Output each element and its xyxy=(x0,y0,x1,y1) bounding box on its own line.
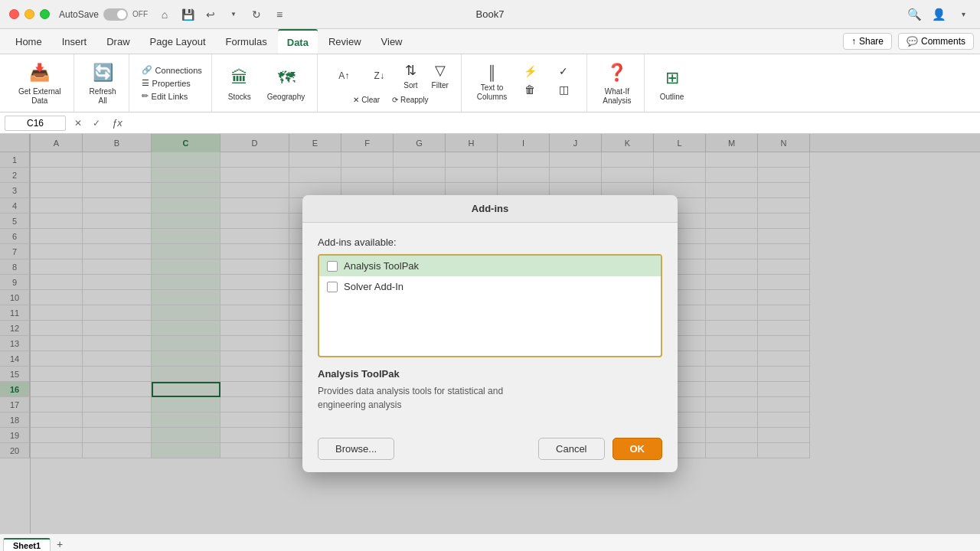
outline-button[interactable]: ⊞ Outline xyxy=(655,64,689,103)
redo-icon[interactable]: ↻ xyxy=(249,7,264,22)
filter-icon: ▽ xyxy=(435,62,446,79)
addin-label-solver: Solver Add-In xyxy=(344,281,403,292)
tab-review[interactable]: Review xyxy=(319,29,371,54)
tab-formulas[interactable]: Formulas xyxy=(217,29,276,54)
stocks-icon: 🏛 xyxy=(227,66,252,90)
formula-input[interactable] xyxy=(130,116,975,130)
formula-cancel-button[interactable]: ✕ xyxy=(70,116,86,131)
addin-label-analysis-toolpak: Analysis ToolPak xyxy=(344,260,419,272)
comments-button[interactable]: 💬 Comments xyxy=(898,33,974,50)
geography-button[interactable]: 🗺 Geography xyxy=(263,64,309,103)
toolbar-customize-icon[interactable]: ≡ xyxy=(272,7,287,22)
filter-button[interactable]: ▽ Filter xyxy=(427,60,453,92)
formula-enter-button[interactable]: ✓ xyxy=(89,116,104,131)
flash-fill-button[interactable]: ⚡ xyxy=(514,63,545,80)
addin-checkbox-solver[interactable] xyxy=(327,282,338,292)
get-external-data-icon: 📥 xyxy=(28,60,52,85)
addin-item-solver[interactable]: Solver Add-In xyxy=(319,276,661,297)
maximize-button[interactable] xyxy=(40,9,50,19)
stocks-button[interactable]: 🏛 Stocks xyxy=(223,64,256,103)
sort-icon: ⇅ xyxy=(405,62,416,79)
connections-button[interactable]: 🔗 Connections xyxy=(139,64,205,76)
sort-az-button[interactable]: A↑ xyxy=(328,66,359,86)
autosave-area: AutoSave OFF xyxy=(59,8,148,21)
data-validation-button[interactable]: ✓ xyxy=(548,63,579,80)
cancel-button[interactable]: Cancel xyxy=(538,438,604,460)
tab-draw[interactable]: Draw xyxy=(97,29,139,54)
ribbon-toolbar: 📥 Get ExternalData 🔄 RefreshAll 🔗 Connec… xyxy=(0,54,980,112)
get-external-data-label: Get ExternalData xyxy=(18,87,61,106)
filter-label: Filter xyxy=(432,81,449,90)
tab-insert[interactable]: Insert xyxy=(53,29,96,54)
clear-icon: ✕ Clear xyxy=(353,96,380,104)
sort-za-button[interactable]: Z↓ xyxy=(364,66,394,86)
text-to-columns-label: Text toColumns xyxy=(477,83,507,102)
autosave-label: AutoSave xyxy=(59,9,99,20)
comments-label: Comments xyxy=(921,36,965,47)
text-to-columns-button[interactable]: ║ Text toColumns xyxy=(472,63,511,104)
ok-button[interactable]: OK xyxy=(612,438,663,460)
undo-icon[interactable]: ↩ xyxy=(203,7,218,22)
what-if-analysis-button[interactable]: ❓ What-IfAnalysis xyxy=(598,58,635,108)
sort-label: Sort xyxy=(403,81,417,90)
toolbar-connections-group: 🔗 Connections ☰ Properties ✏ Edit Links xyxy=(132,54,212,112)
toolbar-refresh-group: 🔄 RefreshAll xyxy=(77,54,129,112)
edit-links-icon: ✏ xyxy=(142,91,149,101)
close-button[interactable] xyxy=(9,9,19,19)
addin-description-title: Analysis ToolPak xyxy=(318,368,662,380)
geography-label: Geography xyxy=(267,93,305,101)
window-controls-icon[interactable]: ▾ xyxy=(956,7,971,22)
undo-dropdown-icon[interactable]: ▼ xyxy=(226,7,241,22)
clear-button[interactable]: ✕ Clear xyxy=(349,93,384,106)
autosave-state: OFF xyxy=(132,10,148,18)
tab-view[interactable]: View xyxy=(372,29,412,54)
share-button[interactable]: ↑ Share xyxy=(843,33,892,50)
autosave-toggle[interactable] xyxy=(103,8,128,21)
reapply-icon: ⟳ Reapply xyxy=(392,96,428,104)
ribbon: Home Insert Draw Page Layout Formulas Da… xyxy=(0,29,980,54)
ribbon-share-area: ↑ Share 💬 Comments xyxy=(843,33,974,50)
add-sheet-button[interactable]: + xyxy=(52,536,67,551)
properties-label: Properties xyxy=(152,79,191,88)
account-icon[interactable]: 👤 xyxy=(931,7,946,22)
tab-page-layout[interactable]: Page Layout xyxy=(141,29,215,54)
home-icon[interactable]: ⌂ xyxy=(157,7,172,22)
save-icon[interactable]: 💾 xyxy=(180,7,195,22)
remove-dup-icon: 🗑 xyxy=(524,83,535,96)
toolbar-data-types-group: 🏛 Stocks 🗺 Geography xyxy=(215,54,318,112)
sheet-tab-sheet1[interactable]: Sheet1 xyxy=(3,538,51,551)
name-box[interactable] xyxy=(5,116,66,131)
reapply-button[interactable]: ⟳ Reapply xyxy=(388,93,432,106)
consolidate-button[interactable]: ◫ xyxy=(548,81,579,98)
addin-checkbox-analysis-toolpak[interactable] xyxy=(327,261,338,272)
tab-data[interactable]: Data xyxy=(278,29,318,54)
sheet-tabs: Sheet1 + xyxy=(0,533,980,551)
minimize-button[interactable] xyxy=(24,9,34,19)
formula-bar: ✕ ✓ ƒx xyxy=(0,112,980,134)
spreadsheet-area: 1 2 3 4 5 6 7 8 9 10 11 12 13 14 15 16 1… xyxy=(0,134,980,533)
tab-home[interactable]: Home xyxy=(6,29,51,54)
comments-icon: 💬 xyxy=(906,36,918,47)
refresh-all-button[interactable]: 🔄 RefreshAll xyxy=(85,58,121,108)
refresh-all-label: RefreshAll xyxy=(90,87,116,106)
what-if-icon: ❓ xyxy=(605,60,629,85)
sort-za-icon: Z↓ xyxy=(371,68,387,83)
flash-fill-icon: ⚡ xyxy=(524,65,537,77)
what-if-label: What-IfAnalysis xyxy=(603,87,631,106)
get-external-data-button[interactable]: 📥 Get ExternalData xyxy=(14,58,66,108)
remove-duplicates-button[interactable]: 🗑 xyxy=(514,81,545,98)
connections-label: Connections xyxy=(155,66,202,75)
properties-button[interactable]: ☰ Properties xyxy=(139,77,205,89)
search-icon[interactable]: 🔍 xyxy=(906,7,922,22)
ribbon-tabs: Home Insert Draw Page Layout Formulas Da… xyxy=(0,29,980,54)
sort-button[interactable]: ⇅ Sort xyxy=(399,60,422,92)
dialog-body: Add-ins available: Analysis ToolPak Solv… xyxy=(302,223,678,438)
edit-links-button[interactable]: ✏ Edit Links xyxy=(139,90,205,102)
add-ins-dialog: Add-ins Add-ins available: Analysis Tool… xyxy=(302,195,678,472)
edit-links-label: Edit Links xyxy=(152,92,188,101)
browse-button[interactable]: Browse... xyxy=(318,438,394,460)
addin-item-analysis-toolpak[interactable]: Analysis ToolPak xyxy=(319,256,661,276)
addin-description-section: Analysis ToolPak Provides data analysis … xyxy=(318,368,662,412)
dialog-titlebar: Add-ins xyxy=(302,195,678,223)
addins-listbox[interactable]: Analysis ToolPak Solver Add-In xyxy=(318,254,662,357)
